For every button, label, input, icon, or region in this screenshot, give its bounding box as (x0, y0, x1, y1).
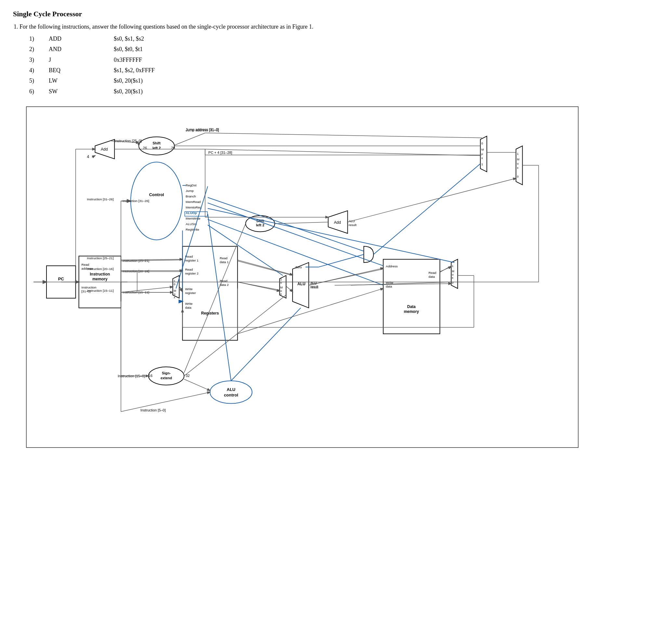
svg-text:1: 1 (517, 152, 518, 156)
svg-text:register 2: register 2 (185, 272, 198, 275)
svg-text:0: 0 (174, 283, 175, 286)
svg-text:Shift: Shift (153, 141, 161, 145)
svg-text:RegWrite: RegWrite (186, 228, 199, 231)
svg-text:Data: Data (407, 305, 416, 309)
svg-text:result: result (348, 223, 357, 227)
svg-text:Instruction [31–26]: Instruction [31–26] (87, 198, 114, 201)
svg-text:Write: Write (185, 302, 193, 306)
processor-diagram: PC Instruction memory Read address Instr… (26, 106, 578, 448)
svg-line-183 (238, 260, 292, 275)
svg-text:Instruction [15–11]: Instruction [15–11] (87, 289, 114, 292)
svg-text:memory: memory (92, 277, 108, 281)
title: Single Cycle Processor (13, 10, 652, 18)
svg-text:Instruction [20–16]: Instruction [20–16] (122, 269, 149, 273)
svg-text:MemtoReg: MemtoReg (186, 206, 202, 209)
svg-text:Address: Address (386, 264, 398, 268)
svg-text:Sign-: Sign- (162, 371, 171, 375)
svg-text:data: data (185, 306, 191, 309)
instr-6: 6) SW $s0, 20($s1) (29, 86, 652, 97)
svg-text:x: x (174, 296, 175, 299)
svg-text:data: data (386, 284, 392, 288)
svg-line-190 (440, 267, 451, 272)
svg-line-141 (374, 164, 480, 254)
svg-line-185 (286, 286, 292, 292)
svg-line-168 (174, 133, 205, 145)
svg-text:register 1: register 1 (185, 259, 198, 262)
svg-text:x: x (452, 276, 453, 279)
svg-line-165 (184, 379, 210, 391)
svg-text:MemRead: MemRead (186, 200, 201, 204)
svg-text:M: M (452, 270, 454, 273)
svg-text:16: 16 (149, 374, 152, 378)
svg-line-124 (238, 261, 292, 275)
svg-line-182 (179, 286, 182, 291)
svg-text:extend: extend (160, 376, 172, 380)
svg-text:Read: Read (220, 256, 228, 260)
svg-text:Zero: Zero (295, 265, 302, 269)
svg-text:data 1: data 1 (220, 260, 229, 264)
svg-text:M: M (174, 289, 176, 292)
svg-text:Control: Control (149, 192, 164, 197)
svg-line-132 (231, 308, 301, 381)
svg-text:ALU: ALU (310, 281, 317, 284)
svg-text:ALU: ALU (227, 387, 236, 392)
svg-text:u: u (280, 289, 282, 292)
svg-text:left 2: left 2 (256, 223, 265, 227)
svg-text:x: x (280, 292, 282, 296)
instr-4: 4) BEQ $s1, $s2, 0xFFFF (29, 65, 652, 75)
svg-line-160 (238, 289, 383, 334)
svg-line-147 (205, 149, 480, 156)
svg-text:u: u (452, 273, 453, 276)
svg-text:Read: Read (429, 271, 437, 275)
svg-text:register: register (185, 291, 196, 295)
svg-text:4: 4 (87, 155, 89, 159)
svg-text:Instruction [5–0]: Instruction [5–0] (140, 408, 166, 412)
svg-text:Instruction: Instruction (90, 272, 110, 276)
svg-text:0: 0 (517, 175, 518, 178)
svg-text:1: 1 (280, 278, 282, 281)
svg-text:Write: Write (185, 287, 193, 291)
question-1: For the following instructions, answer t… (19, 22, 652, 97)
svg-line-186 (309, 268, 383, 285)
instr-2: 2) AND $s0, $t0, $t1 (29, 44, 652, 54)
svg-text:0: 0 (452, 281, 453, 284)
instr-1: 1) ADD $s0, $s1, $s2 (29, 34, 652, 44)
svg-line-191 (347, 178, 516, 222)
svg-text:0: 0 (481, 142, 483, 145)
instr-5: 5) LW $s0, 20($s1) (29, 75, 652, 86)
svg-rect-44 (383, 259, 440, 334)
svg-line-184 (238, 282, 280, 291)
svg-text:ALUSrc: ALUSrc (186, 222, 197, 226)
svg-text:PC + 4 [31–28]: PC + 4 [31–28] (208, 151, 232, 155)
svg-text:M: M (280, 286, 282, 289)
svg-text:RegDst: RegDst (186, 183, 196, 187)
svg-line-166 (179, 287, 182, 292)
svg-text:Branch: Branch (186, 195, 196, 198)
svg-text:M: M (517, 158, 519, 161)
svg-text:ALU: ALU (298, 282, 305, 286)
svg-text:Read: Read (185, 268, 193, 271)
svg-text:Registers: Registers (201, 311, 219, 315)
svg-text:x: x (481, 157, 483, 160)
svg-text:control: control (224, 392, 238, 398)
svg-text:PC: PC (58, 276, 64, 281)
svg-text:Instruction [25–21]: Instruction [25–21] (87, 256, 114, 260)
svg-line-76 (92, 156, 95, 158)
svg-text:Jump: Jump (186, 189, 194, 192)
svg-text:1: 1 (452, 264, 453, 268)
svg-text:Read: Read (81, 263, 89, 266)
svg-text:Add: Add (101, 147, 108, 152)
svg-text:result: result (310, 284, 319, 288)
svg-text:Add: Add (334, 220, 341, 225)
svg-text:M: M (481, 148, 483, 151)
instr-3: 3) J 0x3FFFFFF (29, 55, 652, 65)
svg-line-140 (319, 254, 364, 267)
svg-text:x: x (517, 166, 518, 169)
svg-text:1: 1 (481, 163, 483, 166)
svg-text:0: 0 (280, 281, 282, 284)
svg-text:u: u (174, 292, 175, 296)
svg-text:memory: memory (404, 309, 419, 314)
svg-text:u: u (517, 162, 518, 165)
svg-text:data: data (429, 275, 435, 278)
svg-line-169 (205, 133, 482, 138)
